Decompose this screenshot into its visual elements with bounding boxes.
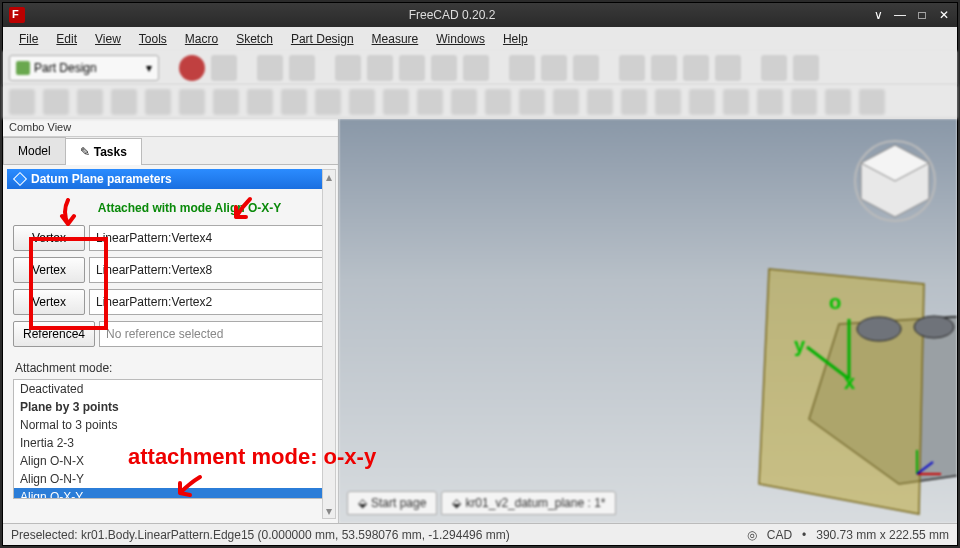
maximize-button[interactable]: □ xyxy=(915,8,929,22)
toolbar-button[interactable] xyxy=(179,55,205,81)
menu-windows[interactable]: Windows xyxy=(428,29,493,49)
mode-item[interactable]: Inertia 2-3 xyxy=(14,434,327,452)
toolbar-button[interactable] xyxy=(289,55,315,81)
mode-item[interactable]: Align O-N-Y xyxy=(14,470,327,488)
titlebar: FreeCAD 0.20.2 ∨ ― □ ✕ xyxy=(3,3,957,27)
toolbar-button[interactable] xyxy=(715,55,741,81)
menu-measure[interactable]: Measure xyxy=(364,29,427,49)
toolbar-button[interactable] xyxy=(281,89,307,115)
navigation-cube[interactable] xyxy=(851,137,939,225)
toolbar-button[interactable] xyxy=(9,89,35,115)
toolbar-button[interactable] xyxy=(655,89,681,115)
scroll-up-icon[interactable]: ▴ xyxy=(323,170,335,184)
toolbar-button[interactable] xyxy=(463,55,489,81)
toolbar-button[interactable] xyxy=(587,89,613,115)
toolbar-button[interactable] xyxy=(485,89,511,115)
workbench-icon xyxy=(16,61,30,75)
3d-viewport[interactable]: o x y ⬙Start page ⬙kr01_v2_datum_plane :… xyxy=(339,119,957,523)
mode-item[interactable]: Align O-N-X xyxy=(14,452,327,470)
toolbar-button[interactable] xyxy=(683,55,709,81)
toolbar-button[interactable] xyxy=(431,55,457,81)
toolbar-button[interactable] xyxy=(825,89,851,115)
menu-view[interactable]: View xyxy=(87,29,129,49)
freecad-icon: ⬙ xyxy=(452,496,461,510)
toolbar-button[interactable] xyxy=(43,89,69,115)
toolbar-button[interactable] xyxy=(367,55,393,81)
toolbar-button[interactable] xyxy=(519,89,545,115)
toolbar-button[interactable] xyxy=(383,89,409,115)
svg-point-3 xyxy=(857,317,901,341)
menu-macro[interactable]: Macro xyxy=(177,29,226,49)
workbench-label: Part Design xyxy=(34,61,97,75)
toolbar-button[interactable] xyxy=(621,89,647,115)
ref-value-4[interactable]: No reference selected xyxy=(99,321,328,347)
toolbar-button[interactable] xyxy=(315,89,341,115)
toolbar-button[interactable] xyxy=(179,89,205,115)
nav-style-icon[interactable]: ◎ xyxy=(747,528,757,542)
svg-point-4 xyxy=(914,316,954,338)
attachment-mode-list[interactable]: Deactivated Plane by 3 points Normal to … xyxy=(13,379,328,499)
toolbar-button[interactable] xyxy=(651,55,677,81)
doc-tab-model[interactable]: ⬙kr01_v2_datum_plane : 1* xyxy=(441,491,616,515)
svg-line-13 xyxy=(917,462,933,474)
statusbar: Preselected: kr01.Body.LinearPattern.Edg… xyxy=(3,523,957,545)
toolbar-button[interactable] xyxy=(723,89,749,115)
toolbar-button[interactable] xyxy=(509,55,535,81)
toolbar-button[interactable] xyxy=(859,89,885,115)
mode-item-selected[interactable]: Align O-X-Y xyxy=(14,488,327,499)
toolbar-button[interactable] xyxy=(247,89,273,115)
menu-file[interactable]: File xyxy=(11,29,46,49)
attachment-status: Attached with mode Align O-X-Y xyxy=(13,195,328,225)
toolbar-button[interactable] xyxy=(757,89,783,115)
document-tabs: ⬙Start page ⬙kr01_v2_datum_plane : 1* xyxy=(347,491,616,515)
toolbar-button[interactable] xyxy=(793,55,819,81)
doc-tab-start[interactable]: ⬙Start page xyxy=(347,491,437,515)
menu-help[interactable]: Help xyxy=(495,29,536,49)
toolbar-button[interactable] xyxy=(257,55,283,81)
ref-value-3[interactable]: LinearPattern:Vertex2 xyxy=(89,289,328,315)
toolbar-button[interactable] xyxy=(335,55,361,81)
toolbar-button[interactable] xyxy=(553,89,579,115)
pencil-icon: ✎ xyxy=(80,145,90,159)
ref-button-3[interactable]: Vertex xyxy=(13,289,85,315)
toolbar-button[interactable] xyxy=(761,55,787,81)
scrollbar[interactable]: ▴ ▾ xyxy=(322,169,336,519)
toolbar-button[interactable] xyxy=(619,55,645,81)
toolbar-button[interactable] xyxy=(417,89,443,115)
scroll-down-icon[interactable]: ▾ xyxy=(323,504,335,518)
toolbar-button[interactable] xyxy=(541,55,567,81)
toolbar-button[interactable] xyxy=(451,89,477,115)
ref-button-1[interactable]: Vertex xyxy=(13,225,85,251)
toolbar-button[interactable] xyxy=(213,89,239,115)
ref-button-4[interactable]: Reference4 xyxy=(13,321,95,347)
toolbar-1: Part Design ▾ xyxy=(3,51,957,85)
toolbar-button[interactable] xyxy=(211,55,237,81)
mode-item[interactable]: Deactivated xyxy=(14,380,327,398)
mode-item[interactable]: Plane by 3 points xyxy=(14,398,327,416)
menu-partdesign[interactable]: Part Design xyxy=(283,29,362,49)
window-title: FreeCAD 0.20.2 xyxy=(33,8,871,22)
toolbar-button[interactable] xyxy=(349,89,375,115)
toolbar-button[interactable] xyxy=(791,89,817,115)
toolbar-button[interactable] xyxy=(111,89,137,115)
workbench-selector[interactable]: Part Design ▾ xyxy=(9,55,159,81)
ref-value-1[interactable]: LinearPattern:Vertex4 xyxy=(89,225,328,251)
close-button[interactable]: ✕ xyxy=(937,8,951,22)
tab-model[interactable]: Model xyxy=(3,137,66,164)
ref-button-2[interactable]: Vertex xyxy=(13,257,85,283)
menu-tools[interactable]: Tools xyxy=(131,29,175,49)
minimize-button[interactable]: ∨ xyxy=(871,8,885,22)
tab-tasks[interactable]: ✎ Tasks xyxy=(65,138,142,165)
menu-sketch[interactable]: Sketch xyxy=(228,29,281,49)
mode-item[interactable]: Normal to 3 points xyxy=(14,416,327,434)
ref-value-2[interactable]: LinearPattern:Vertex8 xyxy=(89,257,328,283)
toolbar-button[interactable] xyxy=(573,55,599,81)
toolbar-button[interactable] xyxy=(145,89,171,115)
minimize2-button[interactable]: ― xyxy=(893,8,907,22)
toolbar-2 xyxy=(3,85,957,119)
menu-edit[interactable]: Edit xyxy=(48,29,85,49)
toolbar-button[interactable] xyxy=(399,55,425,81)
toolbar-button[interactable] xyxy=(77,89,103,115)
toolbar-button[interactable] xyxy=(689,89,715,115)
axis-label-x: x xyxy=(844,371,855,394)
